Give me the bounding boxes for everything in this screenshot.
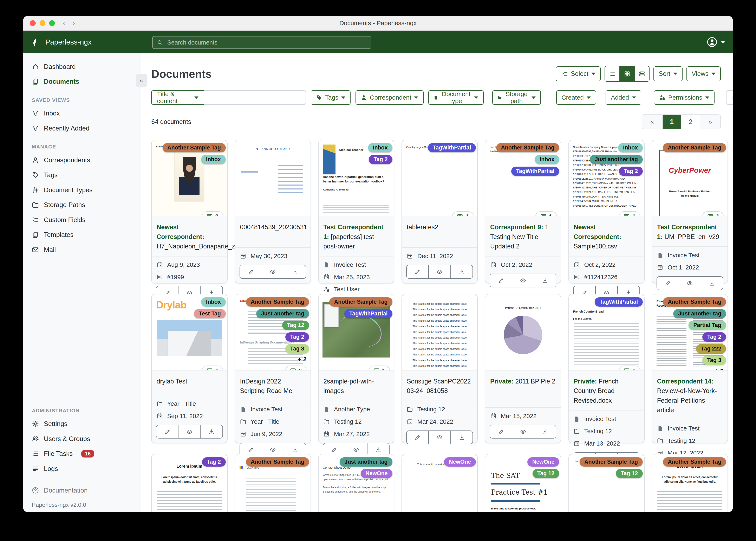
- download-document-button[interactable]: [534, 425, 556, 438]
- document-title[interactable]: Test Correspondent 1: UM_PPBE_en_v29: [652, 216, 728, 247]
- notes-badge[interactable]: 1: [452, 211, 474, 216]
- created-date[interactable]: Mar 15, 2022: [490, 412, 556, 419]
- document-card[interactable]: Serial Number,Company Name,Employe 97881…: [568, 140, 645, 283]
- page-1-button[interactable]: 1: [662, 115, 681, 129]
- download-document-button[interactable]: [200, 425, 222, 438]
- global-search[interactable]: [152, 36, 371, 49]
- document-card[interactable]: Country,Region/State,”TagWithPartial1tab…: [402, 140, 478, 283]
- page-next-button[interactable]: »: [700, 115, 720, 129]
- document-title[interactable]: Correspondent 9: 1 Testing New Title Upd…: [485, 216, 561, 256]
- download-document-button[interactable]: [450, 431, 473, 444]
- document-thumbnail[interactable]: CyberPowerPowerPanel® Business EditionUs…: [652, 140, 728, 216]
- document-card[interactable]: AdobeInDesign Scripting DocumentationAno…: [235, 294, 311, 443]
- document-card[interactable]: CyberPowerPowerPanel® Business EditionUs…: [652, 140, 728, 283]
- document-card[interactable]: DrylabInboxTest Tag1drylab TestYear - Ti…: [151, 294, 227, 443]
- document-type[interactable]: Invoice Test: [240, 406, 306, 413]
- created-date[interactable]: May 30, 2023: [240, 253, 306, 260]
- document-thumbnail[interactable]: Review of Arbitral Awards Shows Swift Re…: [652, 294, 728, 370]
- sidebar-item-templates[interactable]: Templates: [23, 227, 141, 242]
- tag-pill[interactable]: TagWithPartial: [511, 167, 559, 176]
- notes-badge[interactable]: 1: [202, 365, 223, 370]
- created-date[interactable]: Mar 13, 2022: [574, 440, 639, 447]
- sidebar-item-recently-added[interactable]: Recently Added: [23, 121, 141, 136]
- document-title[interactable]: Private: 2011 BP Pie 2: [485, 370, 561, 391]
- user-menu[interactable]: [706, 37, 725, 48]
- page-2-button[interactable]: 2: [681, 115, 700, 129]
- edit-document-button[interactable]: [490, 274, 512, 287]
- storage-path[interactable]: Testing 12: [657, 437, 723, 444]
- document-title[interactable]: 0004814539_20230531: [235, 216, 311, 237]
- sidebar-item-users-groups[interactable]: Users & Groups: [23, 431, 141, 446]
- sidebar-item-correspondents[interactable]: Correspondents: [23, 153, 141, 168]
- document-thumbnail[interactable]: DrylabInboxTest Tag1: [152, 294, 227, 370]
- edit-document-button[interactable]: [407, 431, 428, 444]
- document-thumbnail[interactable]: Contact Sheet DemoGiven a set of image f…: [319, 454, 394, 512]
- tag-pill[interactable]: TagWithPartial: [428, 143, 476, 152]
- list-view-button[interactable]: [605, 66, 619, 81]
- document-card[interactable]: Lorem ipsumLorem ipsum dolor sit amet, c…: [652, 454, 728, 512]
- document-title[interactable]: Newest Correspondent: H7_Napoleon_Bonapa…: [152, 216, 227, 256]
- detail-view-button[interactable]: [634, 66, 649, 81]
- document-card[interactable]: Another Sample TagTagWithPartial12sample…: [318, 294, 394, 443]
- document-card[interactable]: Test NameAnother Sample Tag: [235, 454, 311, 512]
- tag-pill[interactable]: Just another tag: [590, 155, 643, 164]
- tag-pill[interactable]: Just another tag: [340, 457, 392, 467]
- document-title[interactable]: tablerates2: [402, 216, 477, 237]
- document-card[interactable]: ❖ BANK OF SCOTLAND0004814539_20230531May…: [235, 140, 311, 283]
- preview-document-button[interactable]: [428, 265, 450, 278]
- document-title[interactable]: Private: French Country Bread Revised.do…: [569, 370, 644, 410]
- tag-pill[interactable]: Inbox: [535, 155, 559, 164]
- created-date[interactable]: Oct 2, 2022: [574, 261, 639, 268]
- document-card[interactable]: Medical TeacherHas the new Kirkpatrick g…: [318, 140, 394, 283]
- edit-document-button[interactable]: [657, 277, 679, 290]
- tag-pill[interactable]: Tag 12: [282, 320, 309, 330]
- tag-pill[interactable]: Another Sample Tag: [329, 297, 392, 306]
- tag-pill[interactable]: Tag 2: [702, 332, 726, 342]
- download-document-button[interactable]: [284, 265, 306, 278]
- tag-pill[interactable]: Another Sample Tag: [663, 297, 726, 306]
- document-thumbnail[interactable]: Serial Number,Company Name,Employe 97881…: [569, 140, 644, 216]
- document-card[interactable]: Lorem ipsumLorem ipsum dolor sit amet, c…: [151, 454, 227, 512]
- document-card[interactable]: Contact Sheet DemoGiven a set of image f…: [318, 454, 394, 512]
- tag-pill[interactable]: Tag 3: [702, 356, 726, 365]
- sidebar-item-storage-paths[interactable]: Storage Paths: [23, 198, 141, 212]
- notes-badge[interactable]: 1: [369, 365, 390, 370]
- document-card[interactable]: The SATPractice Test #1Make time to take…: [485, 454, 561, 512]
- download-document-button[interactable]: [701, 277, 723, 290]
- notes-badge[interactable]: 1: [619, 365, 640, 370]
- document-title[interactable]: Test Correspondent 1: [paperless] test p…: [319, 216, 394, 256]
- document-title[interactable]: Correspondent 14: Review-of-New-York-Fed…: [652, 370, 728, 420]
- filter-created-button[interactable]: Created: [556, 90, 596, 105]
- tag-pill[interactable]: Inbox: [201, 297, 226, 306]
- document-thumbnail[interactable]: This is a multi page document. Page 1.Ne…: [402, 454, 477, 512]
- document-thumbnail[interactable]: French Country BreadFor the LeavenTagWit…: [569, 294, 644, 370]
- document-card[interactable]: This is a multi page document. Page 1.Ne…: [402, 454, 478, 512]
- filter-added-button[interactable]: Added: [606, 90, 641, 105]
- tag-pill[interactable]: NewOne: [361, 469, 392, 478]
- document-card[interactable]: Review of Arbitral Awards Shows Swift Re…: [652, 294, 728, 443]
- title-content-input[interactable]: [204, 90, 306, 105]
- tag-pill[interactable]: Another Sample Tag: [580, 457, 643, 467]
- sidebar-item-custom-fields[interactable]: Custom Fields: [23, 212, 141, 227]
- tag-pill[interactable]: Another Sample Tag: [496, 143, 559, 152]
- tag-pill[interactable]: Tag 3: [285, 344, 309, 353]
- storage-path[interactable]: Testing 12: [323, 418, 389, 425]
- tag-pill[interactable]: Just another tag: [673, 309, 726, 318]
- storage-path[interactable]: Year - Title: [157, 400, 222, 407]
- preview-document-button[interactable]: [512, 274, 534, 287]
- tag-pill[interactable]: Another Sample Tag: [246, 457, 309, 467]
- document-thumbnail[interactable]: Lorem ipsumLorem ipsum dolor sit amet, c…: [652, 454, 728, 512]
- sidebar-item-file-tasks[interactable]: File Tasks16: [23, 446, 141, 461]
- document-thumbnail[interactable]: one,1.0 five,5.0Another Sample TagInboxT…: [485, 140, 561, 216]
- document-thumbnail[interactable]: This is a test for the double space char…: [402, 294, 477, 370]
- tag-pill[interactable]: Inbox: [368, 143, 392, 152]
- document-thumbnail[interactable]: ❖ BANK OF SCOTLAND: [235, 140, 311, 216]
- tag-pill[interactable]: TagWithPartial: [595, 297, 643, 306]
- sidebar-item-documentation[interactable]: Documentation: [23, 483, 141, 498]
- download-document-button[interactable]: [534, 274, 556, 287]
- archive-serial-number[interactable]: #112412326: [574, 273, 639, 280]
- created-date[interactable]: Aug 9, 2023: [157, 261, 222, 268]
- document-thumbnail[interactable]: Medical TeacherHas the new Kirkpatrick g…: [319, 140, 394, 216]
- document-thumbnail[interactable]: The SATPractice Test #1Make time to take…: [485, 454, 561, 512]
- tag-pill[interactable]: NewOne: [444, 457, 476, 467]
